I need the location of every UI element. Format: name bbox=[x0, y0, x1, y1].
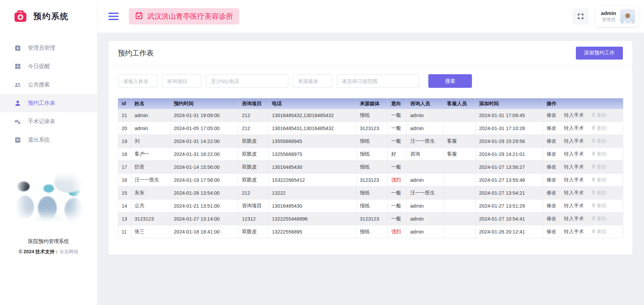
column-header-8: 客服人员 bbox=[444, 98, 476, 109]
cell-service bbox=[444, 187, 476, 199]
cell-intent: 一般 bbox=[388, 109, 407, 122]
to-surgery-link[interactable]: 转入手术 bbox=[564, 151, 584, 157]
cell-name: 刘 bbox=[131, 135, 170, 148]
trash-icon bbox=[591, 112, 596, 118]
delete-link[interactable]: 删除 bbox=[591, 138, 607, 144]
media-input[interactable] bbox=[293, 74, 332, 88]
to-surgery-link[interactable]: 转入手术 bbox=[564, 177, 584, 183]
edit-link[interactable]: 修改 bbox=[547, 190, 556, 196]
cell-service: 客服 bbox=[444, 135, 476, 148]
cell-consultant: admin bbox=[407, 212, 444, 225]
cell-phone: 153222665412 bbox=[269, 174, 356, 187]
cell-added: 2024-01-27 13:51:29 bbox=[476, 199, 543, 212]
surgery-photo bbox=[14, 171, 84, 223]
fullscreen-button[interactable] bbox=[572, 8, 589, 25]
cell-consultant: 汪一一医生 bbox=[407, 135, 444, 148]
cell-name: 张三 bbox=[131, 225, 170, 238]
hamburger-menu-icon[interactable] bbox=[108, 12, 120, 21]
to-surgery-link[interactable]: 转入手术 bbox=[564, 138, 584, 144]
cell-service bbox=[444, 161, 476, 174]
delete-link[interactable]: 删除 bbox=[591, 164, 607, 170]
cell-actions: 修改转入手术删除 bbox=[543, 187, 623, 199]
cell-name: 公共 bbox=[131, 199, 170, 212]
to-surgery-link[interactable]: 转入手术 bbox=[564, 190, 584, 196]
delete-link[interactable]: 删除 bbox=[591, 228, 607, 235]
edit-link[interactable]: 修改 bbox=[547, 215, 556, 222]
cell-added: 2024-01-31 17:10:28 bbox=[476, 122, 543, 135]
cell-project: 双眼皮 bbox=[239, 135, 269, 148]
to-surgery-link[interactable]: 转入手术 bbox=[564, 112, 584, 118]
cell-phone: 13255668975 bbox=[269, 148, 356, 161]
name-input[interactable] bbox=[118, 74, 157, 88]
cell-project: 双眼皮 bbox=[239, 225, 269, 238]
cell-intent: 一般 bbox=[388, 161, 407, 174]
cell-media: 报纸 bbox=[356, 109, 388, 122]
cell-id: 13 bbox=[118, 212, 131, 225]
cell-phone: 13016485430 bbox=[269, 161, 356, 174]
cell-media: 报纸 bbox=[356, 135, 388, 148]
to-surgery-link[interactable]: 转入手术 bbox=[564, 215, 584, 222]
sidebar-item-5[interactable]: 退出系统 bbox=[0, 131, 97, 149]
sidebar-item-3[interactable]: 预约工作表 bbox=[0, 94, 97, 112]
table-row: 1331231232024-01-27 13:14:00123121322255… bbox=[118, 212, 623, 225]
company-name: 东东网络 bbox=[59, 249, 78, 254]
trash-icon bbox=[591, 138, 596, 144]
edit-link[interactable]: 修改 bbox=[547, 112, 556, 118]
cell-consultant: admin bbox=[407, 174, 444, 187]
edit-link[interactable]: 修改 bbox=[547, 138, 556, 144]
trash-icon bbox=[591, 125, 596, 131]
date-range-input[interactable] bbox=[337, 74, 419, 88]
delete-link[interactable]: 删除 bbox=[591, 190, 607, 196]
edit-link[interactable]: 修改 bbox=[547, 151, 556, 157]
edit-link[interactable]: 修改 bbox=[547, 228, 556, 235]
search-button[interactable]: 搜索 bbox=[428, 74, 472, 88]
to-surgery-link[interactable]: 转入手术 bbox=[564, 125, 584, 131]
clinic-badge: 武汉洪山青亭医疗美容诊所 bbox=[129, 8, 239, 25]
delete-link[interactable]: 删除 bbox=[591, 203, 607, 209]
table-row: 14公共2024-01-21 13:51:00咨询项目13016485430报纸… bbox=[118, 199, 623, 212]
delete-link[interactable]: 删除 bbox=[591, 112, 607, 118]
cell-project: 212 bbox=[239, 122, 269, 135]
edit-link[interactable]: 修改 bbox=[547, 177, 556, 183]
cell-appt_time: 2024-01-21 13:51:00 bbox=[170, 199, 239, 212]
trash-icon bbox=[591, 216, 596, 222]
sidebar-item-0[interactable]: 管理员管理 bbox=[0, 39, 97, 57]
sidebar-item-1[interactable]: 今日提醒 bbox=[0, 57, 97, 76]
sidebar-item-4[interactable]: 手术记录表 bbox=[0, 112, 97, 131]
delete-link[interactable]: 删除 bbox=[591, 151, 607, 157]
delete-link[interactable]: 删除 bbox=[591, 177, 607, 183]
delete-link[interactable]: 删除 bbox=[591, 125, 607, 131]
cell-actions: 修改转入手术删除 bbox=[543, 135, 623, 148]
phone-input[interactable] bbox=[206, 74, 288, 88]
to-surgery-link[interactable]: 转入手术 bbox=[564, 203, 584, 209]
edit-link[interactable]: 修改 bbox=[547, 125, 556, 131]
edit-link[interactable]: 修改 bbox=[547, 203, 556, 209]
cell-intent: 强烈 bbox=[388, 225, 407, 238]
cell-actions: 修改转入手术删除 bbox=[543, 225, 623, 238]
to-surgery-link[interactable]: 转入手术 bbox=[564, 164, 584, 170]
add-appointment-button[interactable]: 添加预约工作 bbox=[576, 47, 623, 60]
cell-phone: 1322255448896 bbox=[269, 212, 356, 225]
copyright: © 2024 技术支持：东东网络 bbox=[0, 249, 97, 255]
project-input[interactable] bbox=[162, 74, 201, 88]
cell-phone: 13222 bbox=[269, 187, 356, 199]
cell-name: admin bbox=[131, 122, 170, 135]
medical-bag-icon bbox=[13, 9, 28, 24]
sidebar-item-label: 手术记录表 bbox=[28, 118, 55, 125]
cell-project: 212 bbox=[239, 187, 269, 199]
cell-actions: 修改转入手术删除 bbox=[543, 174, 623, 187]
cell-media: 报纸 bbox=[356, 187, 388, 199]
cell-id: 11 bbox=[118, 225, 131, 238]
cell-consultant: 咨询 bbox=[407, 148, 444, 161]
edit-link[interactable]: 修改 bbox=[547, 164, 556, 170]
filter-bar: 搜索 bbox=[108, 65, 632, 88]
column-header-9: 添加时间 bbox=[476, 98, 543, 109]
to-surgery-link[interactable]: 转入手术 bbox=[564, 228, 584, 235]
users-icon bbox=[14, 81, 21, 88]
cell-media: 3123123 bbox=[356, 122, 388, 135]
sidebar-item-2[interactable]: 公共搜索 bbox=[0, 76, 97, 94]
trash-icon bbox=[591, 177, 596, 183]
cell-added: 2024-01-27 10:54:41 bbox=[476, 212, 543, 225]
delete-link[interactable]: 删除 bbox=[591, 215, 607, 222]
user-menu[interactable]: admin 管理员 bbox=[596, 6, 639, 27]
